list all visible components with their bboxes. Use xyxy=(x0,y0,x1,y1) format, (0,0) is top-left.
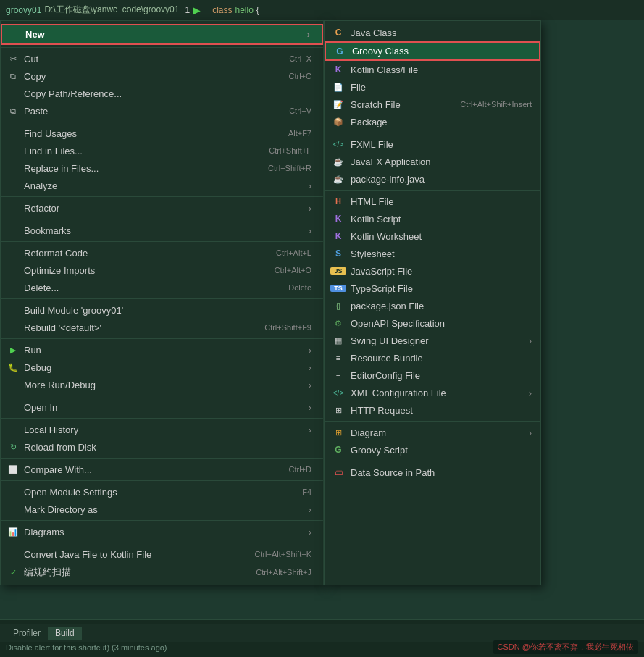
submenu-editor-config[interactable]: ≡ EditorConfig File xyxy=(325,367,540,384)
menu-item-build-module[interactable]: Build Module 'groovy01' xyxy=(1,301,323,319)
menu-item-optimize[interactable]: Optimize Imports Ctrl+Alt+O xyxy=(1,261,323,279)
menu-item-find-in-files[interactable]: Find in Files... Ctrl+Shift+F xyxy=(1,142,323,159)
submenu-pkg-info-label: package-info.java xyxy=(351,174,425,185)
submenu-scratch-label: Scratch File xyxy=(351,99,401,110)
project-path: D:\工作磁盘\yanwc_code\groovy01 xyxy=(44,4,179,16)
submenu-kotlin-file[interactable]: K Kotlin Class/File xyxy=(325,61,540,78)
menu-item-delete[interactable]: Delete... Delete xyxy=(1,279,323,296)
menu-item-open-in[interactable]: Open In › xyxy=(1,398,323,416)
separator-11 xyxy=(1,480,323,481)
convert-java-shortcut: Ctrl+Alt+Shift+K xyxy=(254,550,311,558)
menu-item-reformat[interactable]: Reformat Code Ctrl+Alt+L xyxy=(1,244,323,261)
menu-item-code-scan[interactable]: ✓ 编规约扫描 Ctrl+Alt+Shift+J xyxy=(1,563,323,582)
submenu-pkg-json[interactable]: {} package.json File xyxy=(325,297,540,314)
cut-icon: ✂ xyxy=(7,54,20,64)
submenu-diagram[interactable]: ⊞ Diagram › xyxy=(325,424,540,441)
javafx-icon: ☕ xyxy=(330,157,346,167)
submenu-kotlin-worksheet[interactable]: K Kotlin Worksheet xyxy=(325,227,540,245)
menu-refactor-label: Refactor xyxy=(24,203,309,214)
submenu-kotlin-worksheet-label: Kotlin Worksheet xyxy=(351,231,422,242)
brace-header: { xyxy=(256,5,259,15)
menu-copy-path-label: Copy Path/Reference... xyxy=(24,88,311,99)
code-scan-shortcut: Ctrl+Alt+Shift+J xyxy=(256,568,311,577)
copy-shortcut: Ctrl+C xyxy=(289,72,311,80)
menu-item-local-history[interactable]: Local History › xyxy=(1,421,323,438)
menu-item-diagrams[interactable]: 📊 Diagrams › xyxy=(1,523,323,540)
menu-diagrams-label: Diagrams xyxy=(24,527,309,537)
submenu-fxml[interactable]: </> FXML File xyxy=(325,135,540,153)
submenu-xml-config[interactable]: </> XML Configuration File › xyxy=(325,384,540,401)
run-icon: ▶ xyxy=(7,346,20,355)
groovy-script-icon: G xyxy=(330,445,346,455)
separator-10 xyxy=(1,458,323,459)
sub-separator-3 xyxy=(325,421,540,422)
submenu-resource-bundle[interactable]: ≡ Resource Bundle xyxy=(325,349,540,367)
menu-item-replace-in-files[interactable]: Replace in Files... Ctrl+Shift+R xyxy=(1,159,323,177)
paste-icon: ⧉ xyxy=(7,106,20,116)
compare-shortcut: Ctrl+D xyxy=(289,465,311,474)
submenu-swing[interactable]: ▦ Swing UI Designer › xyxy=(325,332,540,349)
menu-item-module-settings[interactable]: Open Module Settings F4 xyxy=(1,483,323,501)
menu-item-cut[interactable]: ✂ Cut Ctrl+X xyxy=(1,50,323,67)
menu-item-bookmarks[interactable]: Bookmarks › xyxy=(1,222,323,239)
submenu-package[interactable]: 📦 Package xyxy=(325,113,540,130)
groovy-class-icon: G xyxy=(332,46,348,57)
submenu-groovy-script[interactable]: G Groovy Script xyxy=(325,441,540,459)
tab-profiler[interactable]: Profiler xyxy=(6,627,48,640)
submenu-scratch[interactable]: 📝 Scratch File Ctrl+Alt+Shift+Insert xyxy=(325,96,540,113)
submenu-openapi[interactable]: ⚙ OpenAPI Specification xyxy=(325,314,540,332)
diagrams-icon: 📊 xyxy=(7,527,20,537)
submenu-diagram-label: Diagram xyxy=(351,427,386,438)
menu-run-label: Run xyxy=(24,345,309,356)
submenu-pkg-info[interactable]: ☕ package-info.java xyxy=(325,170,540,188)
menu-item-reload[interactable]: ↻ Reload from Disk xyxy=(1,438,323,456)
separator-5 xyxy=(1,241,323,242)
submenu-data-source[interactable]: 🗃 Data Source in Path xyxy=(325,464,540,481)
find-files-shortcut: Ctrl+Shift+F xyxy=(269,146,311,155)
more-run-arrow-icon: › xyxy=(309,380,311,390)
menu-item-convert-java[interactable]: Convert Java File to Kotlin File Ctrl+Al… xyxy=(1,545,323,563)
submenu-groovy-class[interactable]: G Groovy Class xyxy=(325,41,540,61)
menu-delete-label: Delete... xyxy=(24,283,288,293)
menu-item-copy[interactable]: ⧉ Copy Ctrl+C xyxy=(1,67,323,85)
menu-mark-dir-label: Mark Directory as xyxy=(24,504,309,515)
menu-item-compare[interactable]: ⬜ Compare With... Ctrl+D xyxy=(1,461,323,478)
submenu-kotlin-script-label: Kotlin Script xyxy=(351,214,401,225)
menu-item-new[interactable]: New › xyxy=(1,24,323,45)
submenu-file[interactable]: 📄 File xyxy=(325,78,540,96)
menu-item-more-run[interactable]: More Run/Debug › xyxy=(1,376,323,393)
menu-item-rebuild[interactable]: Rebuild '<default>' Ctrl+Shift+F9 xyxy=(1,319,323,336)
replace-shortcut: Ctrl+Shift+R xyxy=(268,164,311,172)
menu-item-paste[interactable]: ⧉ Paste Ctrl+V xyxy=(1,102,323,120)
menu-item-analyze[interactable]: Analyze › xyxy=(1,177,323,194)
submenu-html[interactable]: H HTML File xyxy=(325,193,540,210)
menu-item-mark-dir[interactable]: Mark Directory as › xyxy=(1,501,323,518)
debug-icon: 🐛 xyxy=(7,363,20,372)
module-settings-shortcut: F4 xyxy=(302,487,311,496)
open-in-arrow-icon: › xyxy=(309,402,311,413)
menu-module-settings-label: Open Module Settings xyxy=(24,487,302,498)
submenu-kotlin-script[interactable]: K Kotlin Script xyxy=(325,210,540,227)
tab-build[interactable]: Build xyxy=(48,627,82,640)
submenu-javafx[interactable]: ☕ JavaFX Application xyxy=(325,153,540,170)
menu-item-copy-path[interactable]: Copy Path/Reference... xyxy=(1,85,323,102)
submenu-js-file[interactable]: JS JavaScript File xyxy=(325,262,540,280)
find-usages-shortcut: Alt+F7 xyxy=(288,129,311,138)
menu-item-run[interactable]: ▶ Run › xyxy=(1,341,323,359)
menu-reload-label: Reload from Disk xyxy=(24,442,311,453)
title-bar: groovy01 D:\工作磁盘\yanwc_code\groovy01 1 ▶… xyxy=(0,0,644,20)
menu-item-debug[interactable]: 🐛 Debug › xyxy=(1,359,323,376)
submenu-java-class[interactable]: C Java Class xyxy=(325,24,540,41)
xml-config-arrow-icon: › xyxy=(529,388,532,398)
submenu-data-source-label: Data Source in Path xyxy=(351,467,435,478)
submenu-stylesheet[interactable]: S Stylesheet xyxy=(325,245,540,262)
menu-item-refactor[interactable]: Refactor › xyxy=(1,199,323,217)
submenu-http-request[interactable]: ⊞ HTTP Request xyxy=(325,401,540,419)
separator-8 xyxy=(1,396,323,396)
separator-7 xyxy=(1,338,323,339)
submenu-ts-file[interactable]: TS TypeScript File xyxy=(325,280,540,297)
status-tabs: Profiler Build xyxy=(0,624,644,642)
run-icon[interactable]: ▶ xyxy=(193,4,201,16)
kotlin-worksheet-icon: K xyxy=(330,231,346,241)
menu-item-find-usages[interactable]: Find Usages Alt+F7 xyxy=(1,125,323,142)
